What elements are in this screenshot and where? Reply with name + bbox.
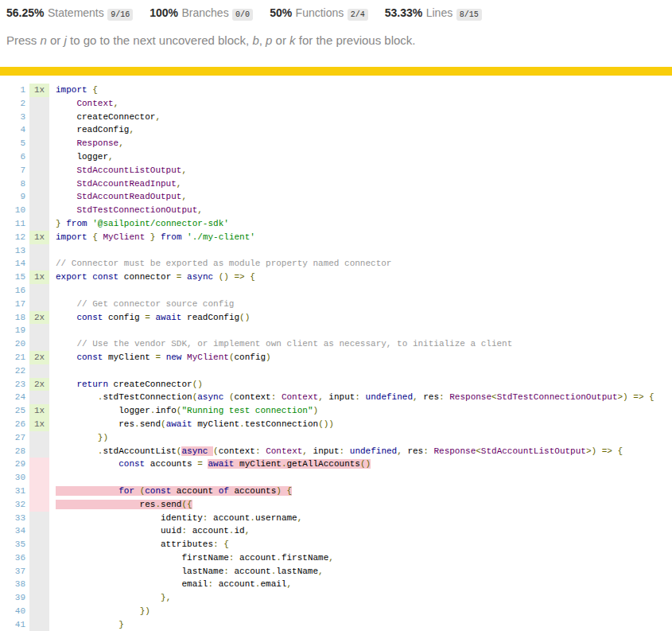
source-line: StdAccountReadOutput, [56, 190, 655, 204]
source-line: StdAccountListOutput, [56, 164, 655, 177]
line-execution-count [29, 565, 49, 578]
line-number[interactable]: 17 [0, 298, 25, 311]
line-number[interactable]: 38 [0, 578, 25, 591]
metric-percentage: 100% [150, 6, 178, 19]
line-execution-count [29, 150, 49, 164]
source-line: }) [56, 605, 655, 618]
line-number[interactable]: 13 [0, 244, 25, 258]
coverage-status-bar [0, 67, 672, 76]
line-number[interactable]: 31 [0, 485, 25, 498]
metric-percentage: 50% [270, 6, 292, 19]
line-number[interactable]: 4 [0, 123, 25, 137]
line-execution-count [29, 524, 49, 538]
line-number[interactable]: 2 [0, 97, 25, 111]
line-number[interactable]: 11 [0, 217, 25, 231]
line-number[interactable]: 15 [0, 271, 25, 284]
line-number[interactable]: 34 [0, 524, 25, 538]
source-line: }) [56, 431, 655, 445]
line-execution-count [29, 431, 49, 445]
line-execution-count [29, 244, 49, 258]
line-number[interactable]: 10 [0, 204, 25, 217]
line-number[interactable]: 8 [0, 177, 25, 191]
line-execution-count: 2x [29, 311, 49, 325]
source-line: .stdAccountList(async (context: Context,… [56, 445, 655, 458]
metric-fraction: 8/15 [456, 9, 482, 21]
line-number[interactable]: 39 [0, 591, 25, 605]
source-line: // Connector must be exported as module … [56, 257, 655, 271]
hint-key: j [64, 33, 67, 47]
line-number[interactable]: 37 [0, 565, 25, 578]
line-number[interactable]: 36 [0, 551, 25, 565]
source-line: // Use the vendor SDK, or implement own … [56, 337, 655, 351]
line-execution-count [29, 364, 49, 378]
source-line: Context, [56, 97, 655, 111]
line-execution-count [29, 177, 49, 191]
line-number[interactable]: 20 [0, 337, 25, 351]
line-execution-count [29, 445, 49, 458]
line-number[interactable]: 23 [0, 378, 25, 391]
line-numbers-column[interactable]: 1234567891011121314151617181920212223242… [0, 84, 25, 631]
line-number[interactable]: 5 [0, 137, 25, 150]
line-number[interactable]: 21 [0, 351, 25, 364]
line-execution-count: 1x [29, 271, 49, 284]
line-number[interactable]: 35 [0, 538, 25, 551]
line-number[interactable]: 12 [0, 231, 25, 244]
line-number[interactable]: 26 [0, 418, 25, 431]
metric-functions: 50% Functions 2/4 [270, 6, 368, 20]
source-line: // Get connector source config [56, 298, 655, 311]
line-execution-count [29, 123, 49, 137]
source-coverage-view: 1234567891011121314151617181920212223242… [0, 84, 672, 631]
line-number[interactable]: 32 [0, 498, 25, 512]
line-number[interactable]: 28 [0, 445, 25, 458]
source-line: uuid: account.id, [56, 524, 655, 538]
source-line [56, 244, 655, 258]
line-execution-count: 1x [29, 84, 49, 97]
source-line [56, 471, 655, 485]
source-code-column: import { Context, createConnector, readC… [56, 84, 655, 631]
line-number[interactable]: 41 [0, 618, 25, 631]
line-number[interactable]: 6 [0, 150, 25, 164]
line-number[interactable]: 22 [0, 364, 25, 378]
line-execution-count [29, 257, 49, 271]
line-number[interactable]: 29 [0, 458, 25, 471]
line-number[interactable]: 30 [0, 471, 25, 485]
hint-key: n [41, 33, 47, 47]
line-execution-count [29, 284, 49, 298]
source-line [56, 284, 655, 298]
line-number[interactable]: 25 [0, 404, 25, 418]
line-number[interactable]: 9 [0, 190, 25, 204]
source-line: export const connector = async () => { [56, 271, 655, 284]
line-number[interactable]: 24 [0, 391, 25, 404]
line-execution-count [29, 458, 49, 471]
source-line: res.send({ [56, 498, 655, 512]
line-number[interactable]: 1 [0, 84, 25, 97]
metric-percentage: 56.25% [6, 6, 44, 19]
line-number[interactable]: 33 [0, 512, 25, 525]
line-execution-count [29, 324, 49, 337]
line-number[interactable]: 7 [0, 164, 25, 177]
line-execution-count [29, 337, 49, 351]
line-execution-count [29, 471, 49, 485]
line-execution-count: 1x [29, 404, 49, 418]
line-execution-count: 2x [29, 351, 49, 364]
line-number[interactable]: 27 [0, 431, 25, 445]
metric-lines: 53.33% Lines 8/15 [385, 6, 482, 20]
source-line: for (const account of accounts) { [56, 485, 655, 498]
line-execution-count [29, 391, 49, 404]
line-number[interactable]: 18 [0, 311, 25, 325]
line-execution-count [29, 605, 49, 618]
line-number[interactable]: 16 [0, 284, 25, 298]
hint-key: b [252, 33, 258, 47]
line-execution-count [29, 217, 49, 231]
source-line: lastName: account.lastName, [56, 565, 655, 578]
line-execution-count [29, 485, 49, 498]
line-number[interactable]: 40 [0, 605, 25, 618]
source-line: readConfig, [56, 123, 655, 137]
metric-fraction: 2/4 [348, 9, 368, 21]
source-line: .stdTestConnection(async (context: Conte… [56, 391, 655, 404]
line-number[interactable]: 19 [0, 324, 25, 337]
line-number[interactable]: 14 [0, 257, 25, 271]
line-number[interactable]: 3 [0, 111, 25, 124]
keyboard-hint: Press n or j to go to the next uncovered… [6, 33, 664, 47]
source-line [56, 364, 655, 378]
